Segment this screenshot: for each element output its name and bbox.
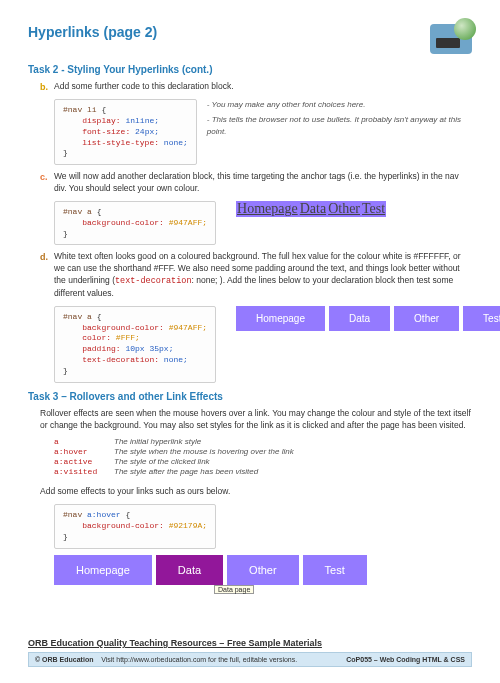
demo-link: Homepage — [236, 306, 325, 331]
demo-link: Data — [329, 306, 390, 331]
task2-heading: Task 2 - Styling Your Hyperlinks (cont.) — [28, 64, 472, 75]
page-header: Hyperlinks (page 2) — [28, 20, 472, 56]
task2-b-code-row: #nav li { display: inline; font-size: 24… — [54, 99, 472, 165]
demo-link: Data — [299, 201, 327, 217]
task2-d-code-row: #nav a { background-color: #947AFF; colo… — [54, 306, 472, 383]
code-block: #nav a:hover { background-color: #92179A… — [54, 504, 216, 548]
code-block: #nav a { background-color: #947AFF; colo… — [54, 306, 216, 383]
task3-instruction: Add some effects to your links such as o… — [40, 486, 472, 498]
table-row: a:visitedThe style after the page has be… — [54, 467, 472, 476]
demo-nav-hover: Homepage Data Other Test Data page — [54, 555, 472, 585]
marker-c: c. — [40, 171, 54, 195]
demo-link: Other — [227, 555, 299, 585]
footer-left: © ORB Education Visit http://www.orbeduc… — [35, 656, 297, 663]
note-line: This tells the browser not to use bullet… — [207, 114, 472, 136]
demo-link: Test — [303, 555, 367, 585]
task3-intro: Rollover effects are seen when the mouse… — [40, 408, 472, 432]
demo-link: Other — [327, 201, 361, 217]
task2-item-c: c. We will now add another declaration b… — [40, 171, 472, 195]
code-block: #nav li { display: inline; font-size: 24… — [54, 99, 197, 165]
demo-nav-plain: Homepage Data Other Test — [236, 201, 386, 217]
orb-logo-icon — [430, 20, 472, 56]
footer-right: CoP055 – Web Coding HTML & CSS — [346, 656, 465, 663]
table-row: aThe initial hyperlink style — [54, 437, 472, 446]
task2-b-text: Add some further code to this declaratio… — [54, 81, 234, 93]
page-title: Hyperlinks (page 2) — [28, 24, 157, 40]
task2-item-b: b. Add some further code to this declara… — [40, 81, 472, 93]
demo-link: Test — [361, 201, 386, 217]
page-footer: ORB Education Quality Teaching Resources… — [28, 636, 472, 667]
task2-d-text: White text often looks good on a coloure… — [54, 251, 472, 300]
footer-title: ORB Education Quality Teaching Resources… — [28, 636, 472, 650]
demo-link-hovered: Data — [156, 555, 223, 585]
demo-link: Other — [394, 306, 459, 331]
demo-link: Homepage — [236, 201, 299, 217]
task2-c-text: We will now add another declaration bloc… — [54, 171, 472, 195]
document-page: Hyperlinks (page 2) Task 2 - Styling You… — [0, 0, 500, 683]
hover-tooltip: Data page — [214, 585, 254, 594]
task2-b-notes: You may make any other font choices here… — [207, 99, 472, 137]
footer-bar: © ORB Education Visit http://www.orbeduc… — [28, 652, 472, 667]
demo-link: Test — [463, 306, 500, 331]
task3-heading: Task 3 – Rollovers and other Link Effect… — [28, 391, 472, 402]
task2-c-code-row: #nav a { background-color: #947AFF; } Ho… — [54, 201, 472, 245]
table-row: a:hoverThe style when the mouse is hover… — [54, 447, 472, 456]
task3-code-row: #nav a:hover { background-color: #92179A… — [54, 504, 472, 548]
demo-nav-styled: Homepage Data Other Test — [236, 306, 500, 331]
code-block: #nav a { background-color: #947AFF; } — [54, 201, 216, 245]
marker-b: b. — [40, 81, 54, 93]
table-row: a:activeThe style of the clicked link — [54, 457, 472, 466]
task2-item-d: d. White text often looks good on a colo… — [40, 251, 472, 300]
pseudo-class-table: aThe initial hyperlink style a:hoverThe … — [54, 437, 472, 476]
demo-link: Homepage — [54, 555, 152, 585]
marker-d: d. — [40, 251, 54, 300]
note-line: You may make any other font choices here… — [207, 99, 472, 110]
